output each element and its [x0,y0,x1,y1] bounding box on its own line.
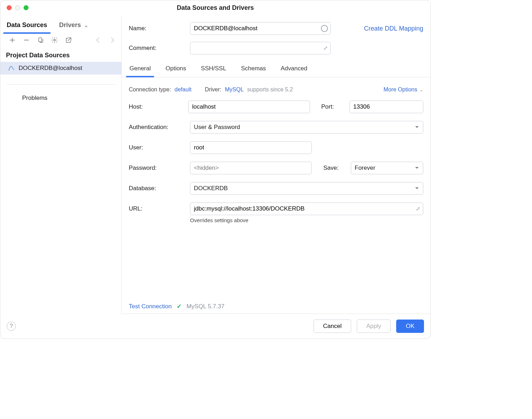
tab-options[interactable]: Options [165,62,187,77]
mysql-icon [8,65,15,72]
forward-icon[interactable] [109,37,116,45]
comment-input[interactable] [190,42,331,54]
check-icon: ✓ [177,303,182,310]
test-connection-version: MySQL 5.7.37 [186,303,224,310]
window-title: Data Sources and Drivers [177,4,254,12]
export-icon[interactable] [65,37,72,45]
tab-drivers-label: Drivers [59,21,81,28]
chevron-down-icon: ⌄ [84,22,88,28]
driver-value[interactable]: MySQL [225,86,243,93]
host-label: Host: [129,103,183,110]
copy-icon[interactable] [37,37,44,45]
expand-icon[interactable]: ⤢ [323,45,328,51]
save-label: Save: [323,165,345,172]
datasource-item[interactable]: DOCKERDB@localhost [0,62,121,75]
datasource-item-label: DOCKERDB@localhost [19,65,82,72]
section-project-data-sources: Project Data Sources [0,49,121,62]
close-window-icon[interactable] [7,5,12,10]
tab-data-sources-label: Data Sources [7,21,47,28]
back-icon[interactable] [95,37,102,45]
tab-general[interactable]: General [129,62,151,77]
svg-rect-0 [39,38,42,42]
authentication-select[interactable]: User & Password [190,121,423,134]
sidebar: Data Sources Drivers ⌄ Project Data Sour… [0,16,122,314]
test-connection-link[interactable]: Test Connection [129,303,172,310]
host-input[interactable] [188,101,310,113]
help-icon[interactable]: ? [7,322,16,331]
connection-type-value[interactable]: default [175,86,191,93]
expand-icon[interactable]: ⤢ [416,206,420,212]
save-select[interactable]: Forever [351,162,423,174]
driver-label: Driver: [205,86,221,93]
add-icon[interactable] [9,37,16,45]
titlebar: Data Sources and Drivers [0,0,430,16]
connection-type-label: Connection type: [129,86,171,93]
chevron-down-icon: ⌄ [419,87,423,92]
authentication-label: Authentication: [129,124,184,131]
database-label: Database: [129,185,184,192]
svg-point-1 [54,39,56,41]
gear-icon[interactable] [51,37,58,45]
database-select[interactable]: DOCKERDB [190,182,423,195]
url-input[interactable] [190,202,423,215]
cancel-button[interactable]: Cancel [314,320,351,333]
password-label: Password: [129,165,184,172]
remove-icon[interactable] [23,37,30,45]
window-controls [7,5,28,10]
more-options-link[interactable]: More Options ⌄ [384,86,423,93]
tab-data-sources[interactable]: Data Sources [5,19,49,33]
sidebar-problems-label: Problems [22,95,48,101]
comment-label: Comment: [129,45,184,52]
minimize-window-icon[interactable] [15,5,20,10]
separator [7,84,115,85]
tab-drivers[interactable]: Drivers ⌄ [58,19,90,33]
tab-advanced[interactable]: Advanced [280,62,308,77]
port-input[interactable] [349,101,423,113]
zoom-window-icon[interactable] [24,5,28,10]
password-input[interactable] [190,162,312,174]
color-circle-icon[interactable] [321,25,328,32]
user-label: User: [129,144,184,151]
name-label: Name: [129,25,184,32]
footer: ? Cancel Apply OK [0,314,430,339]
ok-button[interactable]: OK [396,320,424,333]
tab-schemas[interactable]: Schemas [240,62,267,77]
apply-button[interactable]: Apply [357,320,391,333]
driver-supports: supports since 5.2 [247,86,293,93]
sidebar-problems[interactable]: Problems [0,92,121,104]
name-input[interactable] [190,22,331,35]
port-label: Port: [321,103,344,110]
url-label: URL: [129,205,184,212]
create-ddl-mapping-link[interactable]: Create DDL Mapping [364,25,423,32]
user-input[interactable] [190,141,312,154]
tab-ssh-ssl[interactable]: SSH/SSL [200,62,227,77]
url-note: Overrides settings above [129,217,423,223]
